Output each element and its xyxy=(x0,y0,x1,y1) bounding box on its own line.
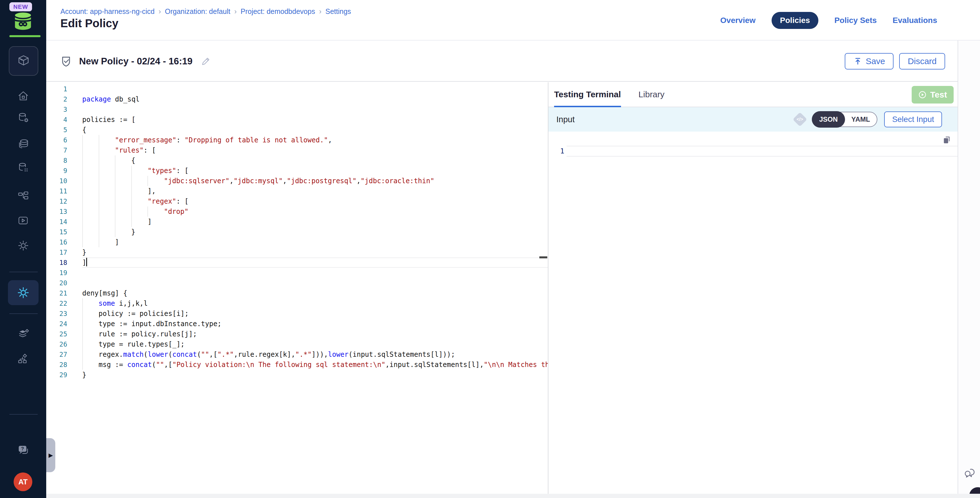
policy-name: New Policy - 02/24 - 16:19 xyxy=(79,56,192,67)
breadcrumb-separator: › xyxy=(319,7,321,15)
database-gear-icon xyxy=(17,112,30,125)
code-line[interactable]: 9"types": [ xyxy=(46,165,548,176)
settings-gear-active-icon xyxy=(16,286,30,300)
sidebar-item-executions[interactable] xyxy=(0,214,46,227)
avatar[interactable]: AT xyxy=(14,473,32,491)
code-line[interactable]: 29} xyxy=(46,370,548,380)
breadcrumb-item[interactable]: Account: app-harness-ng-cicd xyxy=(60,7,154,15)
line-number: 29 xyxy=(46,370,67,380)
code-line[interactable]: 17} xyxy=(46,247,548,258)
discard-button[interactable]: Discard xyxy=(899,53,945,70)
nav-tabs: OverviewPoliciesPolicy SetsEvaluations xyxy=(720,12,937,29)
input-editor[interactable]: 1 xyxy=(549,132,958,156)
breadcrumb-item[interactable]: Project: demodbdevops xyxy=(240,7,315,15)
harness-dbdevops-logo-icon[interactable] xyxy=(11,10,35,34)
line-number: 21 xyxy=(46,288,67,298)
line-number: 15 xyxy=(46,227,67,237)
code-line[interactable]: 19 xyxy=(46,268,548,278)
sidebar-item-databases[interactable] xyxy=(0,138,46,151)
breadcrumb-item[interactable]: Settings xyxy=(325,7,351,15)
code-line[interactable]: 14] xyxy=(46,217,548,227)
code-line[interactable]: 22some i,j,k,l xyxy=(46,298,548,309)
code-line[interactable]: 13"drop" xyxy=(46,207,548,217)
code-line[interactable]: 23policy := policies[i]; xyxy=(46,309,548,319)
flow-icon xyxy=(17,190,30,203)
format-option-json[interactable]: JSON xyxy=(812,111,845,127)
text-cursor xyxy=(86,258,87,266)
format-toggle[interactable]: JSON YAML xyxy=(812,112,877,127)
support-chat-icon[interactable] xyxy=(963,466,977,481)
panel-tab-library[interactable]: Library xyxy=(639,82,665,107)
code-line[interactable]: 28msg := concat("",["Policy violation:\n… xyxy=(46,360,548,370)
nav-tab-evaluations[interactable]: Evaluations xyxy=(892,16,937,25)
line-number: 10 xyxy=(46,176,67,186)
code-line[interactable]: 2package db_sql xyxy=(46,94,548,104)
policy-toolbar: New Policy - 02/24 - 16:19 Save Discard xyxy=(46,41,958,82)
line-number: 14 xyxy=(46,217,67,227)
code-line[interactable]: 5{ xyxy=(46,125,548,135)
upload-icon xyxy=(853,57,862,66)
line-number: 2 xyxy=(46,94,67,104)
line-number: 11 xyxy=(46,186,67,196)
line-number: 25 xyxy=(46,329,67,339)
sidebar-item-pipelines[interactable] xyxy=(0,190,46,203)
code-line[interactable]: 18] xyxy=(46,258,548,268)
code-line[interactable]: 20 xyxy=(46,278,548,288)
line-number: 7 xyxy=(46,145,67,156)
breadcrumb-separator: › xyxy=(159,7,161,15)
nav-tab-policies[interactable]: Policies xyxy=(772,12,819,29)
line-number: 16 xyxy=(46,237,67,247)
line-number: 22 xyxy=(46,298,67,309)
input-editor-line[interactable]: 1 xyxy=(549,146,958,156)
edit-name-icon[interactable] xyxy=(201,56,211,66)
save-button[interactable]: Save xyxy=(845,53,894,70)
code-line[interactable]: 27regex.match(lower(concat("",[".*",rule… xyxy=(46,349,548,360)
sidebar-item-configuration[interactable] xyxy=(0,239,46,252)
sidebar: NEW xyxy=(0,0,46,498)
sidebar-item-help[interactable]: ? xyxy=(0,444,46,457)
code-line[interactable]: 11], xyxy=(46,186,548,196)
code-line[interactable]: 26type = rule.types[_]; xyxy=(46,339,548,349)
input-row: Input </> JSON YAML Select Input xyxy=(549,107,958,132)
sidebar-item-database-settings[interactable] xyxy=(0,112,46,125)
code-line[interactable]: 4policies := [ xyxy=(46,115,548,125)
code-line[interactable]: 12"regex": [ xyxy=(46,196,548,207)
sidebar-item-home[interactable] xyxy=(0,90,46,103)
test-button[interactable]: Test xyxy=(912,86,954,103)
code-line[interactable]: 3 xyxy=(46,104,548,115)
sidebar-item-database-instances[interactable] xyxy=(0,162,46,175)
hierarchy-gear-icon xyxy=(17,353,30,366)
code-line[interactable]: 15} xyxy=(46,227,548,237)
code-line[interactable]: 16] xyxy=(46,237,548,247)
code-line[interactable]: 6"error_message": "Dropping of table is … xyxy=(46,135,548,145)
code-line[interactable]: 24type := input.dbInstance.type; xyxy=(46,319,548,329)
code-line[interactable]: 10"jdbc:sqlserver","jdbc:mysql","jdbc:po… xyxy=(46,176,548,186)
code-line[interactable]: 7"rules": [ xyxy=(46,145,548,156)
sidebar-item-settings-active[interactable] xyxy=(8,280,38,305)
sidebar-expand-handle[interactable]: ▶ xyxy=(46,438,55,472)
input-line-number: 1 xyxy=(549,146,564,156)
sidebar-item-layers-settings[interactable] xyxy=(0,328,46,341)
sidebar-item-account-settings[interactable] xyxy=(0,353,46,366)
line-number: 1 xyxy=(46,84,67,94)
code-line[interactable]: 25rule := policy.rules[j]; xyxy=(46,329,548,339)
code-line[interactable]: 8{ xyxy=(46,156,548,165)
nav-tab-overview[interactable]: Overview xyxy=(720,16,756,25)
breadcrumb-item[interactable]: Organization: default xyxy=(165,7,230,15)
line-number: 18 xyxy=(46,258,67,268)
select-input-button[interactable]: Select Input xyxy=(884,111,942,127)
module-selector[interactable] xyxy=(9,46,38,76)
database-stack-icon xyxy=(17,138,30,151)
shield-check-icon xyxy=(60,56,72,67)
line-number: 5 xyxy=(46,125,67,135)
copy-icon[interactable] xyxy=(942,135,951,145)
code-line[interactable]: 1 xyxy=(46,84,548,94)
nav-tab-policy-sets[interactable]: Policy Sets xyxy=(834,16,877,25)
line-number: 9 xyxy=(46,165,67,176)
input-current-line[interactable] xyxy=(566,146,958,156)
format-option-yaml[interactable]: YAML xyxy=(845,115,877,123)
policy-code-editor[interactable]: 12package db_sql34policies := [5{6"error… xyxy=(46,82,548,494)
bottom-strip xyxy=(46,494,980,498)
panel-tab-testing-terminal[interactable]: Testing Terminal xyxy=(554,82,621,107)
code-line[interactable]: 21deny[msg] { xyxy=(46,288,548,298)
